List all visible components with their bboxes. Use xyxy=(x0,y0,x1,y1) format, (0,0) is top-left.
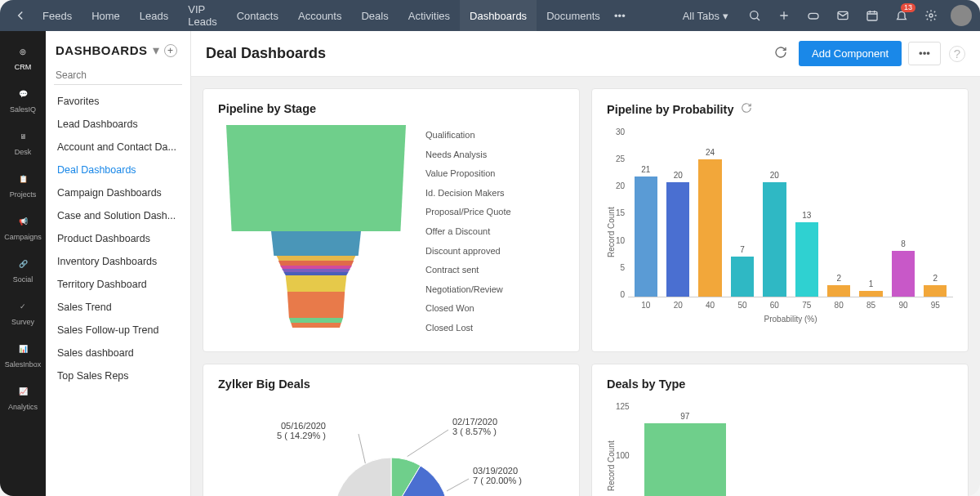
nav-tab-dashboards[interactable]: Dashboards xyxy=(460,0,537,31)
bar: 1 xyxy=(859,291,882,297)
bell-icon[interactable]: 13 xyxy=(892,6,911,25)
card-title: Pipeline by Stage xyxy=(218,102,564,115)
pie-chart: 02/17/20203 ( 8.57% )03/19/20207 ( 20.00… xyxy=(236,400,546,496)
rail-item-campaigns[interactable]: 📢Campaigns xyxy=(0,206,46,248)
sidebar-item[interactable]: Deal Dashboards xyxy=(46,159,190,181)
chevron-down-icon: ▾ xyxy=(723,10,728,22)
bar: 2 xyxy=(827,285,850,297)
sidebar-item[interactable]: Sales Follow-up Trend xyxy=(46,319,190,342)
nav-tab-accounts[interactable]: Accounts xyxy=(288,0,351,31)
sidebar-item[interactable]: Inventory Dashboards xyxy=(46,250,190,273)
calendar-icon[interactable] xyxy=(862,6,882,25)
notification-badge: 13 xyxy=(901,3,915,12)
sidebar-item[interactable]: Sales dashboard xyxy=(46,342,190,364)
more-actions-button[interactable]: ••• xyxy=(908,42,941,65)
sidebar-item[interactable]: Sales Trend xyxy=(46,296,190,319)
nav-tab-documents[interactable]: Documents xyxy=(537,0,610,31)
sidebar: DASHBOARDS ▾ + FavoritesLead DashboardsA… xyxy=(46,31,191,496)
bar: 20 xyxy=(763,182,786,297)
pie-slice-label: 3 ( 8.57% ) xyxy=(452,427,497,436)
more-tabs-icon[interactable]: ••• xyxy=(610,6,630,25)
main: Deal Dashboards Add Component ••• ? Pipe… xyxy=(191,31,980,496)
nav-tab-leads[interactable]: Leads xyxy=(130,0,178,31)
svg-marker-13 xyxy=(287,292,345,318)
bar: 21 xyxy=(635,177,657,297)
sidebar-item[interactable]: Case and Solution Dash... xyxy=(46,204,190,227)
refresh-icon[interactable] xyxy=(741,102,752,116)
sidebar-item[interactable]: Campaign Dashboards xyxy=(46,181,190,204)
search-icon[interactable] xyxy=(745,6,764,25)
svg-marker-8 xyxy=(278,261,354,266)
card-title: Zylker Big Deals xyxy=(218,378,564,391)
gamepad-icon[interactable] xyxy=(804,6,823,25)
rail-item-crm[interactable]: ◎CRM xyxy=(0,36,46,78)
svg-rect-3 xyxy=(867,11,877,20)
funnel-stage-label: Value Proposition xyxy=(425,168,511,178)
all-tabs-dropdown[interactable]: All Tabs ▾ xyxy=(675,10,737,22)
pie-slice-label: 7 ( 20.00% ) xyxy=(473,476,522,485)
svg-marker-9 xyxy=(280,266,352,269)
rail-item-salesiq[interactable]: 💬SalesIQ xyxy=(0,78,46,121)
rail-item-survey[interactable]: ✓Survey xyxy=(0,291,46,333)
sidebar-item[interactable]: Lead Dashboards xyxy=(46,113,190,136)
help-icon[interactable]: ? xyxy=(949,46,965,62)
y-axis-label: Record Count xyxy=(607,126,616,338)
pie-slice-label: 5 ( 14.29% ) xyxy=(277,431,326,440)
svg-marker-15 xyxy=(291,323,341,328)
sidebar-item[interactable]: Account and Contact Da... xyxy=(46,136,190,159)
nav-tab-feeds[interactable]: Feeds xyxy=(33,0,82,31)
svg-marker-14 xyxy=(289,318,343,323)
funnel-stage-label: Qualification xyxy=(425,130,511,140)
funnel-stage-label: Offer a Discount xyxy=(425,226,511,236)
nav-tab-contacts[interactable]: Contacts xyxy=(227,0,288,31)
pie-slice-label: 03/19/2020 xyxy=(473,466,518,476)
add-dashboard-icon[interactable]: + xyxy=(164,44,177,57)
nav-tab-deals[interactable]: Deals xyxy=(351,0,398,31)
y-axis-label: Record Count xyxy=(607,400,616,496)
rail-item-social[interactable]: 🔗Social xyxy=(0,248,46,291)
gear-icon[interactable] xyxy=(921,6,941,25)
card-pipeline-by-probability: Pipeline by Probability Record Count 302… xyxy=(591,88,969,352)
bar: 8 xyxy=(892,251,915,297)
search-input[interactable] xyxy=(54,66,182,85)
pie-slice-label: 05/16/2020 xyxy=(281,421,326,431)
nav-tab-home[interactable]: Home xyxy=(82,0,130,31)
sidebar-title: DASHBOARDS xyxy=(56,43,148,57)
bar: 97 xyxy=(644,423,726,496)
funnel-stage-label: Needs Analysis xyxy=(425,150,511,159)
back-icon[interactable] xyxy=(8,8,33,23)
sidebar-item[interactable]: Product Dashboards xyxy=(46,227,190,250)
page-title: Deal Dashboards xyxy=(206,45,774,62)
funnel-stage-label: Closed Won xyxy=(425,303,511,313)
left-app-rail: ◎CRM💬SalesIQ🖥Desk📋Projects📢Campaigns🔗Soc… xyxy=(0,31,46,496)
refresh-icon[interactable] xyxy=(774,46,787,62)
svg-rect-1 xyxy=(808,13,818,19)
card-title: Pipeline by Probability xyxy=(607,103,734,116)
svg-marker-10 xyxy=(282,269,350,272)
sidebar-item[interactable]: Favorites xyxy=(46,90,190,113)
nav-tab-vip-leads[interactable]: VIP Leads xyxy=(178,0,226,31)
x-axis-label: Probability (%) xyxy=(628,315,953,324)
mail-icon[interactable] xyxy=(833,6,853,25)
nav-tab-activities[interactable]: Activities xyxy=(399,0,460,31)
chevron-down-icon[interactable]: ▾ xyxy=(153,42,159,58)
funnel-chart xyxy=(218,125,414,337)
rail-item-analytics[interactable]: 📈Analytics xyxy=(0,376,46,418)
bar-chart: 97 xyxy=(633,400,953,496)
avatar[interactable] xyxy=(951,5,972,26)
svg-marker-11 xyxy=(283,272,348,275)
funnel-stage-label: Proposal/Price Quote xyxy=(425,207,511,217)
rail-item-desk[interactable]: 🖥Desk xyxy=(0,121,46,163)
sidebar-item[interactable]: Territory Dashboard xyxy=(46,273,190,296)
svg-marker-5 xyxy=(226,125,406,231)
plus-icon[interactable] xyxy=(774,6,794,25)
rail-item-salesinbox[interactable]: 📊SalesInbox xyxy=(0,333,46,376)
bar: 2 xyxy=(924,285,947,297)
bar: 20 xyxy=(666,182,689,297)
sidebar-item[interactable]: Top Sales Reps xyxy=(46,364,190,387)
top-nav-tabs: FeedsHomeLeadsVIP LeadsContactsAccountsD… xyxy=(33,0,610,31)
card-title: Deals by Type xyxy=(607,378,953,391)
rail-item-projects[interactable]: 📋Projects xyxy=(0,163,46,206)
pie-slice-label: 02/17/2020 xyxy=(452,417,497,427)
add-component-button[interactable]: Add Component xyxy=(799,41,902,66)
